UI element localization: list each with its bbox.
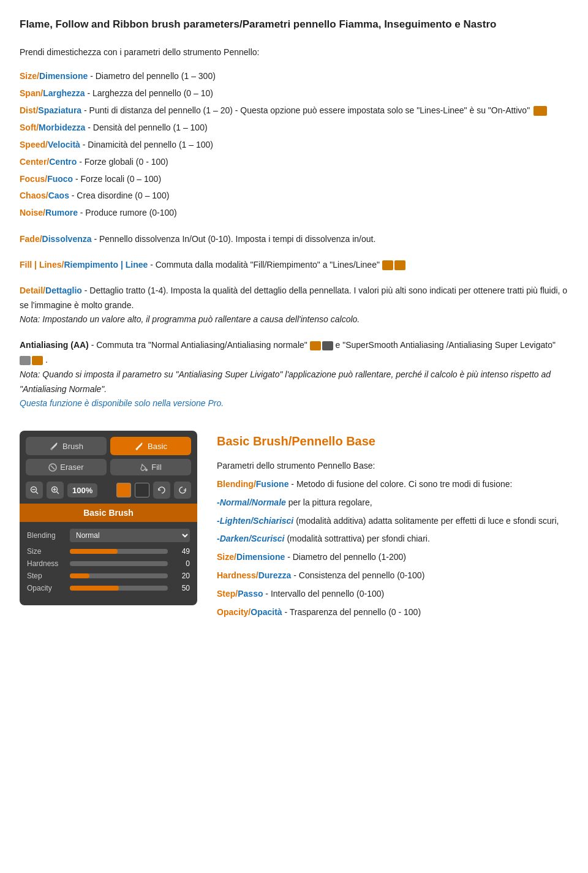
param-speed-text: - Dinamicità del pennello (1 – 100) xyxy=(80,140,213,149)
param-size: Size/Dimensione - Diametro del pennello … xyxy=(20,69,568,85)
bottom-section: Brush Basic Eraser xyxy=(20,431,568,623)
fill-icon-2 xyxy=(394,260,405,270)
brush-name-bar: Basic Brush xyxy=(20,504,197,522)
aa-text1: - Commuta tra "Normal Antialiasing/Antia… xyxy=(89,340,310,350)
param-span-label: Larghezza xyxy=(43,88,85,98)
param-soft-text: - Densità del pennello (1 – 100) xyxy=(85,123,207,132)
opacity-slider[interactable] xyxy=(70,586,168,591)
param-noise-label: Rumore xyxy=(45,208,78,217)
step-slider[interactable] xyxy=(70,573,168,578)
opacity-slider-fill xyxy=(70,586,119,591)
blending-lighten-text: (modalità additiva) adatta solitamente p… xyxy=(293,516,559,526)
basic-tool-icon xyxy=(134,441,144,451)
fade-text: - Pennello dissolvenza In/Out (0-10). Im… xyxy=(92,234,376,244)
zoom-out-button[interactable] xyxy=(26,482,43,499)
blending-select[interactable]: Normal Lighten Darken xyxy=(70,529,190,542)
fill-text: - Commuta dalla modalità "Fill/Riempimen… xyxy=(148,260,382,270)
param-speed-label: Velocità xyxy=(48,140,80,149)
fade-section: Fade/Dissolvenza - Pennello dissolvenza … xyxy=(20,232,568,247)
svg-line-9 xyxy=(57,492,59,494)
param-chaos: Chaos/Caos - Crea disordine (0 – 100) xyxy=(20,188,568,204)
param-focus-text: - Forze locali (0 – 100) xyxy=(73,174,161,184)
tab-eraser[interactable]: Eraser xyxy=(26,459,107,475)
param-center: Center/Centro - Forze globali (0 - 100) xyxy=(20,154,568,170)
zoom-out-icon xyxy=(30,486,39,494)
param-span-text: - Larghezza del pennello (0 – 10) xyxy=(85,88,213,98)
tab-fill[interactable]: Fill xyxy=(110,459,191,475)
hardness-desc-text: - Consistenza del pennello (0-100) xyxy=(291,570,424,580)
refresh-button[interactable] xyxy=(174,482,191,499)
brush-desc-title: Basic Brush/Pennello Base xyxy=(217,431,568,452)
brush-panel-row2: Eraser Fill xyxy=(20,459,197,479)
size-desc-key: Size/ xyxy=(217,552,236,562)
color-swatch-dark[interactable] xyxy=(135,483,149,497)
aa-dot: . xyxy=(45,355,48,365)
aa-note1: Nota: Quando si imposta il parametro su … xyxy=(20,368,568,397)
fade-key: Fade/ xyxy=(20,234,42,244)
fill-tool-icon xyxy=(140,463,148,472)
param-dist-key: Dist/ xyxy=(20,105,38,115)
zoom-in-button[interactable] xyxy=(47,482,64,499)
color-swatch-orange[interactable] xyxy=(116,483,131,497)
size-desc-label: Dimensione xyxy=(236,552,285,562)
hardness-desc-label: Durezza xyxy=(258,570,292,580)
blending-desc-text: - Metodo di fusione del colore. Ci sono … xyxy=(288,479,512,489)
tab-basic[interactable]: Basic xyxy=(110,437,191,455)
param-span: Span/Larghezza - Larghezza del pennello … xyxy=(20,86,568,102)
param-size-text: - Diametro del pennello (1 – 300) xyxy=(88,71,216,81)
page-title: Flame, Follow and Ribbon brush parameter… xyxy=(20,17,568,32)
brush-panel-top-bar: Brush Basic xyxy=(20,431,197,459)
aa-pro-note: Questa funzione è disponibile solo nella… xyxy=(20,396,568,411)
size-slider-fill xyxy=(70,549,118,554)
blending-desc: Blending/Fusione - Metodo di fusione del… xyxy=(217,477,568,492)
blending-desc-key: Blending/ xyxy=(217,479,256,489)
detail-note: Nota: Impostando un valore alto, il prog… xyxy=(20,312,568,327)
aa-super-icon xyxy=(20,356,43,365)
tab-fill-label: Fill xyxy=(151,463,162,472)
detail-key: Detail/ xyxy=(20,285,45,295)
aa-text2: e "SuperSmooth Antialiasing /Antialiasin… xyxy=(336,340,556,350)
tab-basic-label: Basic xyxy=(148,442,167,451)
param-soft-key: Soft/ xyxy=(20,123,39,132)
param-chaos-label: Caos xyxy=(48,191,69,200)
param-chaos-text: - Crea disordine (0 – 100) xyxy=(69,191,169,200)
blending-normal-line: -Normal/Normale per la pittura regolare, xyxy=(217,496,568,510)
step-param-value: 20 xyxy=(173,572,190,580)
param-dist-label: Spaziatura xyxy=(38,105,81,115)
param-dist: Dist/Spaziatura - Punti di distanza del … xyxy=(20,103,568,119)
zoom-in-icon xyxy=(51,486,59,494)
step-desc: Step/Passo - Intervallo del pennello (0-… xyxy=(217,587,568,602)
size-param-row: Size 49 xyxy=(20,545,197,557)
param-soft: Soft/Morbidezza - Densità del pennello (… xyxy=(20,120,568,136)
param-center-text: - Forze globali (0 - 100) xyxy=(77,157,168,167)
size-desc: Size/Dimensione - Diametro del pennello … xyxy=(217,550,568,565)
blending-row: Blending Normal Lighten Darken xyxy=(20,527,197,544)
fill-icon-1 xyxy=(382,260,393,270)
tab-brush[interactable]: Brush xyxy=(26,437,107,455)
hardness-param-row: Hardness 0 xyxy=(20,557,197,570)
blending-desc-label: Fusione xyxy=(256,479,289,489)
param-size-key: Size/ xyxy=(20,71,39,81)
opacity-desc-label: Opacità xyxy=(251,607,282,617)
blending-lighten-line: -Lighten/Schiarisci (modalità additiva) … xyxy=(217,514,568,529)
size-slider[interactable] xyxy=(70,549,168,554)
param-noise-text: - Produce rumore (0-100) xyxy=(78,208,177,217)
brush-panel-row3: 100% xyxy=(20,479,197,504)
svg-point-4 xyxy=(145,469,148,471)
opacity-desc: Opacity/Opacità - Trasparenza del pennel… xyxy=(217,605,568,620)
param-size-label: Dimensione xyxy=(39,71,88,81)
step-param-label: Step xyxy=(27,572,65,580)
zoom-value: 100% xyxy=(67,483,97,497)
size-param-label: Size xyxy=(27,547,65,556)
size-desc-text: - Diametro del pennello (1-200) xyxy=(285,552,406,562)
intro-text: Prendi dimestichezza con i parametri del… xyxy=(20,45,568,59)
size-param-value: 49 xyxy=(173,547,190,556)
aa-normal-icon xyxy=(310,341,333,350)
svg-point-1 xyxy=(136,448,138,450)
hardness-slider[interactable] xyxy=(70,561,168,566)
reset-button[interactable] xyxy=(153,482,170,499)
hardness-desc-key: Hardness/ xyxy=(217,570,258,580)
hardness-param-value: 0 xyxy=(173,559,190,568)
detail-section: Detail/Dettaglio - Dettaglio tratto (1-4… xyxy=(20,284,568,327)
aa-label: Antialiasing (AA) xyxy=(20,340,89,350)
